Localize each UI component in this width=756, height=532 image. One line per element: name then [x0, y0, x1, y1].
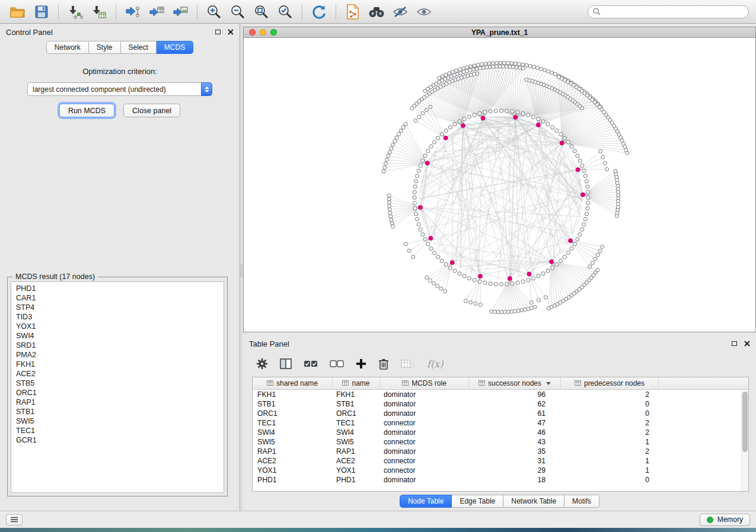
table-row[interactable]: STB1STB1dominator620 [253, 399, 748, 409]
zoom-in-button[interactable] [203, 2, 225, 21]
scrollbar-thumb[interactable] [742, 392, 748, 452]
tab-network-table[interactable]: Network Table [503, 495, 564, 508]
search-icon [593, 8, 601, 15]
zoom-fit-icon [254, 4, 269, 20]
table-row[interactable]: TEC1TEC1connector472 [253, 418, 748, 428]
window-minimize-button[interactable] [260, 29, 266, 36]
list-item[interactable]: SWI4 [11, 331, 224, 341]
list-item[interactable]: TEC1 [11, 426, 224, 435]
list-item[interactable]: STB5 [11, 379, 224, 388]
window-close-button[interactable] [249, 29, 256, 36]
right-side: YPA_prune.txt_1 Table Panel [243, 24, 756, 511]
import-network-button[interactable] [65, 2, 86, 21]
list-item[interactable]: STP4 [11, 303, 224, 312]
select-all-button[interactable] [304, 359, 318, 368]
column-type-icon [479, 380, 485, 386]
network-canvas[interactable] [244, 38, 755, 332]
table-settings-button[interactable] [256, 358, 268, 370]
column-header-successor-nodes[interactable]: successor nodes [469, 377, 561, 389]
zoom-out-button[interactable] [227, 2, 248, 21]
table-row[interactable]: RAP1RAP1dominator352 [253, 447, 748, 456]
hide-selected-button[interactable] [390, 2, 411, 21]
tab-select[interactable]: Select [121, 41, 157, 54]
table-row[interactable]: SWI5SWI5connector431 [253, 437, 748, 447]
table-row[interactable]: FKH1FKH1dominator962 [253, 390, 748, 399]
list-item[interactable]: ORC1 [11, 388, 224, 398]
list-item[interactable]: TID3 [11, 312, 224, 322]
cell: TEC1 [253, 419, 333, 427]
document-share-icon [346, 4, 360, 20]
list-item[interactable]: PHD1 [11, 284, 224, 293]
float-panel-button[interactable] [215, 30, 221, 34]
column-header-predecessor-nodes[interactable]: predecessor nodes [561, 377, 659, 389]
show-columns-button[interactable] [280, 358, 292, 369]
apply-layout-button[interactable] [308, 2, 330, 21]
list-item[interactable]: CAR1 [11, 293, 224, 303]
column-header-shared-name[interactable]: shared name [253, 377, 333, 389]
search-input[interactable] [604, 8, 744, 16]
optimization-criterion-select[interactable]: largest connected component (undirected) [27, 82, 212, 96]
table-row[interactable]: YOX1YOX1connector291 [253, 466, 748, 475]
find-button[interactable] [366, 2, 387, 21]
save-session-button[interactable] [31, 2, 52, 21]
plus-icon [356, 358, 366, 369]
save-icon [34, 5, 49, 19]
tab-node-table[interactable]: Node Table [400, 495, 452, 508]
cell: 35 [469, 447, 561, 456]
tab-motifs[interactable]: Motifs [564, 495, 599, 508]
export-image-button[interactable] [170, 2, 191, 21]
tab-network[interactable]: Network [46, 41, 89, 54]
list-item[interactable]: YOX1 [11, 322, 224, 331]
tab-style[interactable]: Style [89, 41, 121, 54]
deselect-all-button[interactable] [330, 359, 344, 368]
task-history-button[interactable] [6, 514, 23, 525]
delete-table-button-disabled[interactable] [401, 359, 415, 368]
tab-mcds[interactable]: MCDS [157, 41, 193, 54]
close-panel-button[interactable] [744, 341, 750, 347]
table-row[interactable]: PHD1PHD1dominator180 [253, 475, 748, 485]
cell: FKH1 [333, 390, 380, 399]
column-header-name[interactable]: name [333, 377, 380, 389]
create-column-button[interactable] [356, 358, 366, 369]
close-panel-button[interactable] [228, 29, 234, 35]
zoom-fit-button[interactable] [251, 2, 272, 21]
cell: STB1 [253, 400, 333, 408]
new-network-from-selection-button[interactable] [342, 2, 363, 21]
function-builder-button[interactable]: f(x) [427, 358, 443, 370]
column-header-filler [659, 377, 748, 389]
import-table-button[interactable] [88, 2, 110, 21]
open-session-button[interactable] [7, 2, 28, 21]
table-row[interactable]: ORC1ORC1dominator610 [253, 409, 748, 418]
export-network-button[interactable] [122, 2, 143, 21]
list-item[interactable]: PMA2 [11, 350, 224, 360]
list-item[interactable]: GCR1 [11, 435, 224, 445]
export-table-button[interactable] [146, 2, 167, 21]
close-mcds-panel-button[interactable]: Close panel [123, 104, 180, 117]
table-row[interactable]: SWI4SWI4dominator462 [253, 428, 748, 437]
network-graph[interactable] [244, 38, 755, 332]
list-item[interactable]: RAP1 [11, 398, 224, 407]
run-mcds-button[interactable]: Run MCDS [59, 104, 114, 117]
list-item[interactable]: ACE2 [11, 369, 224, 379]
zoom-selected-button[interactable] [275, 2, 296, 21]
tab-edge-table[interactable]: Edge Table [452, 495, 503, 508]
cell: dominator [380, 476, 469, 484]
list-item[interactable]: STB1 [11, 407, 224, 416]
list-item[interactable]: SRD1 [11, 341, 224, 350]
workspace: Control Panel Network Style Select MCDS … [0, 24, 756, 511]
show-all-button[interactable] [413, 2, 435, 21]
table-scrollbar[interactable] [741, 390, 748, 491]
memory-button[interactable]: Memory [700, 514, 750, 526]
column-header-mcds-role[interactable]: MCDS role [380, 377, 469, 389]
cell: PHD1 [333, 476, 380, 484]
delete-column-button[interactable] [378, 358, 389, 370]
list-item[interactable]: FKH1 [11, 360, 224, 369]
cell: connector [380, 419, 469, 427]
splitter-grip[interactable] [240, 264, 243, 277]
table-row[interactable]: ACE2ACE2connector311 [253, 456, 748, 466]
float-panel-button[interactable] [732, 341, 737, 346]
toolbar-separator [116, 4, 116, 20]
window-maximize-button[interactable] [270, 29, 277, 36]
cell: 2 [561, 428, 659, 437]
list-item[interactable]: SWI5 [11, 416, 224, 426]
